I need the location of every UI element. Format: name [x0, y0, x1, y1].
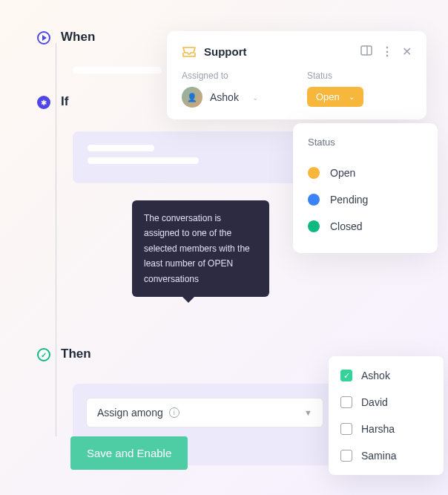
- checkbox-icon: [340, 396, 352, 408]
- support-panel: Support ⋮ ✕ Assigned to 👤 Ashok ⌄ Status…: [167, 31, 426, 119]
- panel-layout-icon[interactable]: [360, 45, 372, 59]
- member-dropdown: ✓ Ashok David Harsha Samina: [329, 356, 444, 475]
- member-label: Ashok: [361, 370, 390, 381]
- support-title: Support: [204, 45, 247, 58]
- svg-rect-0: [361, 46, 372, 55]
- close-icon[interactable]: ✕: [402, 45, 412, 59]
- status-label: Status: [307, 71, 412, 81]
- play-icon: [37, 31, 50, 45]
- then-label: Then: [61, 347, 91, 361]
- status-option-pending[interactable]: Pending: [308, 186, 423, 213]
- avatar: 👤: [182, 87, 202, 108]
- chevron-down-icon: ⌄: [349, 93, 355, 101]
- chevron-down-icon: ▼: [304, 408, 312, 417]
- status-dropdown: Status Open Pending Closed: [293, 123, 438, 253]
- member-label: David: [361, 396, 388, 408]
- chevron-down-icon: ⌄: [252, 94, 258, 102]
- status-option-label: Open: [330, 167, 355, 179]
- status-value: Open: [316, 91, 340, 102]
- member-option[interactable]: Samina: [329, 442, 444, 469]
- info-icon[interactable]: i: [169, 407, 179, 418]
- assignee-select[interactable]: 👤 Ashok ⌄: [182, 87, 286, 108]
- action-type-label: Assign among: [97, 407, 163, 419]
- status-select[interactable]: Open ⌄: [307, 87, 363, 107]
- status-option-closed[interactable]: Closed: [308, 213, 423, 240]
- assigned-to-label: Assigned to: [182, 71, 286, 81]
- member-option[interactable]: ✓ Ashok: [329, 362, 444, 389]
- status-dropdown-title: Status: [308, 137, 423, 148]
- action-type-select[interactable]: Assign among i ▼: [86, 398, 323, 427]
- check-icon: [37, 348, 50, 361]
- status-dot-icon: [308, 167, 320, 179]
- status-option-label: Closed: [330, 220, 363, 232]
- inbox-icon: [182, 46, 197, 58]
- checkbox-icon: [340, 423, 352, 435]
- more-icon[interactable]: ⋮: [381, 45, 393, 59]
- status-option-open[interactable]: Open: [308, 160, 423, 186]
- assignee-name: Ashok: [210, 91, 239, 103]
- save-and-enable-button[interactable]: Save and Enable: [70, 436, 188, 470]
- checkbox-checked-icon: ✓: [340, 370, 352, 381]
- member-option[interactable]: Harsha: [329, 416, 444, 442]
- member-option[interactable]: David: [329, 389, 444, 416]
- tooltip: The conversation is assigned to one of t…: [132, 200, 269, 297]
- status-dot-icon: [308, 194, 320, 206]
- gear-icon: [37, 96, 50, 109]
- status-dot-icon: [308, 220, 320, 232]
- when-label: When: [61, 30, 95, 45]
- status-option-label: Pending: [330, 194, 368, 206]
- if-label: If: [61, 94, 68, 109]
- member-label: Samina: [361, 450, 396, 462]
- member-label: Harsha: [361, 423, 395, 435]
- checkbox-icon: [340, 450, 352, 462]
